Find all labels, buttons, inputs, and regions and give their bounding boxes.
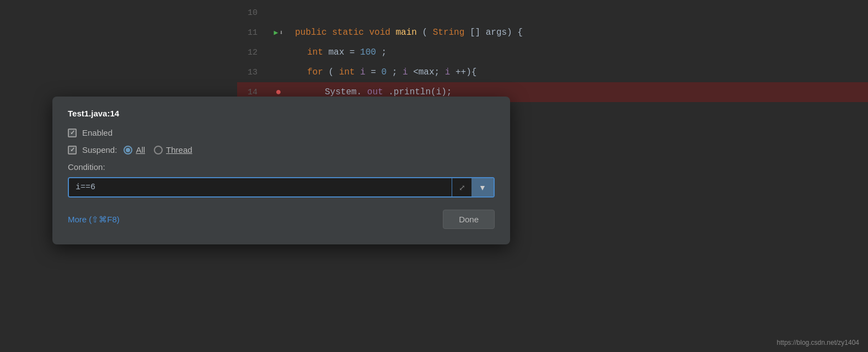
radio-thread-circle[interactable] bbox=[154, 146, 163, 154]
enabled-checkbox[interactable]: ✓ bbox=[68, 129, 77, 137]
enabled-checkmark: ✓ bbox=[70, 129, 75, 136]
suspend-row: ✓ Suspend: All Thread bbox=[68, 145, 495, 154]
suspend-label: Suspend: bbox=[82, 145, 117, 154]
radio-all-label: All bbox=[136, 145, 145, 154]
radio-all-inner bbox=[126, 148, 130, 152]
breakpoint-modal: Test1.java:14 ✓ Enabled ✓ Suspend: All bbox=[52, 97, 510, 244]
thread-label-text: Thread bbox=[166, 145, 192, 154]
expand-icon: ⤢ bbox=[459, 183, 465, 192]
radio-thread-option[interactable]: Thread bbox=[154, 145, 192, 154]
condition-label: Condition: bbox=[68, 162, 495, 172]
watermark: https://blog.csdn.net/zy1404 bbox=[777, 339, 859, 346]
radio-all-circle[interactable] bbox=[124, 146, 132, 154]
enabled-label: Enabled bbox=[82, 128, 112, 137]
enabled-row[interactable]: ✓ Enabled bbox=[68, 128, 495, 137]
modal-footer: More (⇧⌘F8) Done bbox=[68, 210, 495, 229]
radio-all-option[interactable]: All bbox=[124, 145, 145, 154]
condition-input[interactable] bbox=[69, 178, 452, 196]
dropdown-button[interactable]: ▼ bbox=[471, 178, 494, 196]
modal-title: Test1.java:14 bbox=[68, 109, 495, 118]
more-link[interactable]: More (⇧⌘F8) bbox=[68, 215, 120, 225]
suspend-checkmark: ✓ bbox=[70, 146, 75, 153]
all-label-text: All bbox=[136, 145, 145, 154]
done-button[interactable]: Done bbox=[443, 210, 495, 229]
expand-button[interactable]: ⤢ bbox=[452, 178, 471, 196]
dropdown-icon: ▼ bbox=[479, 183, 486, 192]
condition-input-row: ⤢ ▼ bbox=[68, 177, 495, 198]
modal-backdrop: Test1.java:14 ✓ Enabled ✓ Suspend: All bbox=[0, 0, 868, 352]
suspend-checkbox[interactable]: ✓ bbox=[68, 146, 77, 154]
radio-thread-label: Thread bbox=[166, 145, 192, 154]
